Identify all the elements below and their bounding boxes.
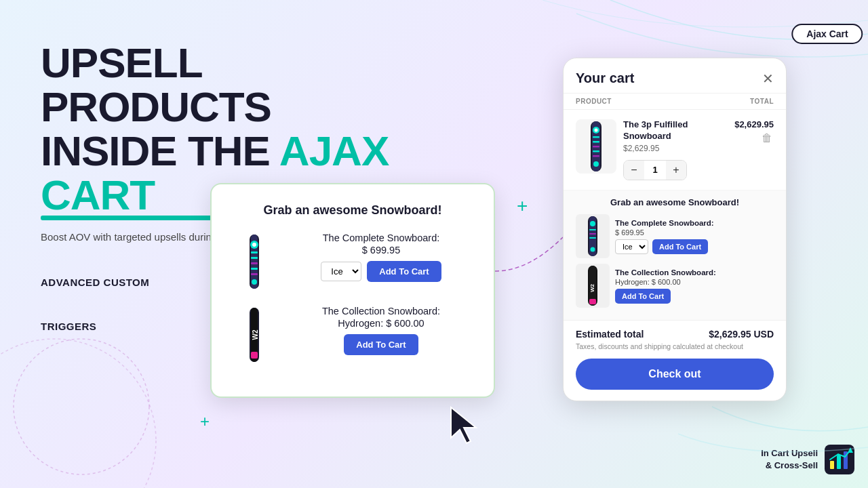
svg-point-11 [252,279,257,285]
brand-icon-svg [825,445,854,474]
cart-item-price-small: $2,629.95 [623,144,728,153]
qty-input[interactable]: 1 [644,165,666,175]
tax-note: Taxes, discounts and shipping calculated… [576,342,774,350]
upsell-product-row-1: The Complete Snowboard: $ 699.95 Ice Add… [231,231,475,292]
svg-point-29 [590,221,595,226]
incart-product-1-name: The Complete Snowboard: [615,218,774,228]
upsell-product-2-name: The Collection Snowboard: [288,304,475,318]
title-prefix: INSIDE THE [41,127,279,174]
incart-product-row-2: W2 The Collection Snowboard: Hydrogen: $… [576,264,774,308]
svg-rect-39 [830,461,834,469]
incart-product-2-add-to-cart-button[interactable]: Add To Cart [615,289,671,304]
cart-item-delete-button[interactable]: 🗑 [760,132,774,144]
brand-name-line1: In Cart Upsell [761,448,818,458]
svg-point-33 [591,247,595,251]
upsell-product-2-price: Hydrogen: $ 600.00 [288,318,475,329]
svg-point-20 [595,129,598,132]
svg-rect-40 [837,455,841,469]
cart-item-right: $2,629.95 🗑 [734,119,774,144]
brand-name-line2: & Cross-Sell [766,460,818,470]
qty-decrease-button[interactable]: − [624,161,644,180]
cart-item-total: $2,629.95 [734,119,774,129]
cart-close-button[interactable]: ✕ [762,72,774,85]
cart-item-details: The 3p Fulfilled Snowboard $2,629.95 − 1… [623,119,728,180]
brand-text: In Cart Upsell & Cross-Sell [761,447,818,472]
upsell-product-2-info: The Collection Snowboard: Hydrogen: $ 60… [288,304,475,355]
incart-product-2-btn-row: Add To Cart [615,289,774,304]
svg-rect-15 [251,352,258,359]
svg-rect-37 [589,299,596,304]
upsell-product-2-image: W2 [231,304,278,365]
plus-deco-2: + [517,197,528,216]
upsell-product-1-add-to-cart[interactable]: Add To Cart [367,261,441,282]
incart-product-2-name: The Collection Snowboard: [615,268,774,278]
cart-title: Your cart [576,70,634,86]
svg-rect-32 [589,237,596,239]
incart-product-2-image: W2 [576,264,610,308]
upsell-product-2-add-to-cart[interactable]: Add To Cart [344,334,418,355]
cart-columns: PRODUCT TOTAL [564,94,786,110]
svg-marker-16 [451,407,476,443]
qty-control: − 1 + [623,160,687,180]
ajax-cart-panel: Your cart ✕ PRODUCT TOTAL [563,58,787,401]
incart-product-1-variant-row: Ice Add To Cart [615,239,774,254]
incart-product-1-add-to-cart-button[interactable]: Add To Cart [652,239,708,254]
ajax-cart-label: Ajax Cart [791,24,863,44]
svg-rect-21 [593,136,599,138]
upsell-product-1-price: $ 699.95 [288,245,475,256]
svg-rect-24 [593,150,599,152]
svg-rect-30 [589,229,596,230]
upsell-popup-title: Grab an awesome Snowboard! [231,203,475,218]
svg-rect-22 [593,141,599,143]
cart-item-name: The 3p Fulfilled Snowboard [623,119,728,142]
svg-rect-6 [251,251,258,253]
cart-header: Your cart ✕ [564,58,786,94]
incart-product-1-price: $ 699.95 [615,228,774,237]
brand-logo: In Cart Upsell & Cross-Sell [761,445,854,474]
incart-product-1-image [576,214,610,258]
upsell-product-1-variant-select[interactable]: Ice [321,262,361,281]
incart-product-2-info: The Collection Snowboard: Hydrogen: $ 60… [615,268,774,304]
svg-point-1 [0,339,156,488]
svg-rect-10 [251,273,258,275]
svg-rect-31 [589,233,596,235]
svg-rect-25 [593,155,599,157]
svg-rect-7 [251,257,258,259]
qty-increase-button[interactable]: + [666,161,686,180]
incart-product-2-price: Hydrogen: $ 600.00 [615,278,774,286]
svg-point-26 [593,161,599,167]
upsell-product-row-2: W2 The Collection Snowboard: Hydrogen: $… [231,304,475,365]
svg-point-0 [14,339,149,474]
cart-col-product: PRODUCT [576,98,612,105]
svg-text:W2: W2 [252,329,259,340]
checkout-button[interactable]: Check out [576,359,774,390]
upsell-product-1-variant-row: Ice Add To Cart [288,261,475,282]
incart-upsell-section: Grab an awesome Snowboard! The Comp [564,190,786,321]
cart-col-total: TOTAL [750,98,774,105]
incart-product-1-info: The Complete Snowboard: $ 699.95 Ice Add… [615,218,774,254]
title-line1: UPSELL PRODUCTS [41,39,271,130]
incart-product-1-select[interactable]: Ice [615,239,648,254]
svg-rect-23 [593,146,599,148]
cursor-icon [448,404,481,447]
estimated-total-value: $2,629.95 USD [709,329,774,340]
plus-deco-1: + [200,413,210,430]
upsell-popup-card: Grab an awesome Snowboard! The Complete … [210,183,495,398]
incart-upsell-title: Grab an awesome Snowboard! [576,197,774,207]
upsell-product-1-info: The Complete Snowboard: $ 699.95 Ice Add… [288,231,475,282]
cart-footer: Estimated total $2,629.95 USD Taxes, dis… [564,321,786,401]
upsell-product-1-name: The Complete Snowboard: [288,231,475,245]
cart-item: The 3p Fulfilled Snowboard $2,629.95 − 1… [564,110,786,190]
svg-rect-8 [251,262,258,264]
upsell-product-1-image [231,231,278,292]
estimated-row: Estimated total $2,629.95 USD [576,329,774,340]
incart-product-row-1: The Complete Snowboard: $ 699.95 Ice Add… [576,214,774,258]
upsell-product-2-btn-row: Add To Cart [288,334,475,355]
cart-item-image [576,119,616,174]
svg-rect-9 [251,268,258,270]
svg-point-5 [252,243,256,247]
svg-text:W2: W2 [589,283,595,292]
estimated-total-label: Estimated total [576,329,644,340]
